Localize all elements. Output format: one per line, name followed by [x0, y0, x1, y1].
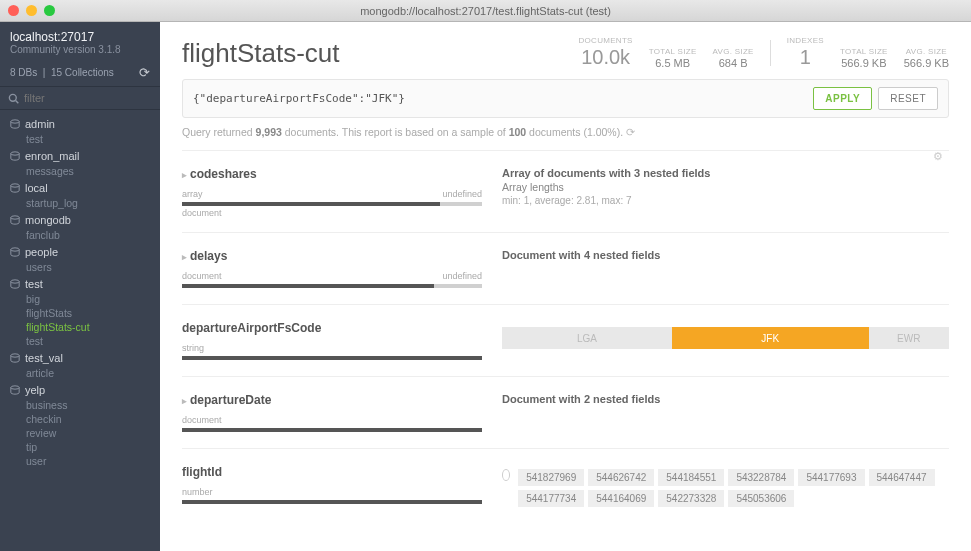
sample-value-chip[interactable]: 542273328: [658, 490, 724, 507]
field-row-flightid: flightId number 541827969544626742544184…: [182, 448, 949, 521]
refresh-sample-icon[interactable]: ⟳: [626, 126, 635, 138]
sample-toggle-icon[interactable]: [502, 469, 510, 481]
sample-value-chip[interactable]: 544164069: [588, 490, 654, 507]
sidebar-db[interactable]: test: [0, 274, 160, 292]
result-summary: Query returned 9,993 documents. This rep…: [160, 126, 971, 150]
database-icon: [10, 119, 20, 129]
sidebar-collection[interactable]: flightStats: [0, 306, 160, 320]
field-row-departure-airport: departureAirportFsCode string LGAJFKEWR: [182, 304, 949, 376]
sample-value-chip[interactable]: 544647447: [869, 469, 935, 486]
database-icon: [10, 215, 20, 225]
schema-list: ⚙ ▸codeshares arrayundefined document Ar…: [160, 150, 971, 521]
sidebar-db[interactable]: mongodb: [0, 210, 160, 228]
zoom-window-icon[interactable]: [44, 5, 55, 16]
database-list: admintestenron_mailmessageslocalstartup_…: [0, 110, 160, 551]
sidebar-collection[interactable]: users: [0, 260, 160, 274]
query-bar: APPLY RESET: [182, 79, 949, 118]
filter-input[interactable]: [24, 92, 152, 104]
search-icon: [8, 93, 19, 104]
sidebar-collection[interactable]: tip: [0, 440, 160, 454]
sample-value-chip[interactable]: 544626742: [588, 469, 654, 486]
refresh-icon[interactable]: ⟳: [139, 65, 150, 80]
sample-value-chip[interactable]: 544177734: [518, 490, 584, 507]
sidebar-db[interactable]: enron_mail: [0, 146, 160, 164]
field-name[interactable]: ▸departureDate: [182, 393, 482, 407]
field-row-delays: ▸delays documentundefined Document with …: [182, 232, 949, 304]
svg-point-2: [11, 120, 19, 123]
svg-point-4: [11, 184, 19, 187]
sidebar-collection[interactable]: review: [0, 426, 160, 440]
main-content: flightStats-cut DOCUMENTS10.0k total siz…: [160, 22, 971, 551]
database-icon: [10, 385, 20, 395]
sidebar-collection[interactable]: messages: [0, 164, 160, 178]
settings-icon[interactable]: ⚙: [933, 150, 943, 163]
sidebar-db[interactable]: people: [0, 242, 160, 260]
close-window-icon[interactable]: [8, 5, 19, 16]
sidebar-filter[interactable]: [0, 87, 160, 110]
svg-point-6: [11, 248, 19, 251]
svg-point-8: [11, 354, 19, 357]
sidebar-collection[interactable]: business: [0, 398, 160, 412]
svg-point-3: [11, 152, 19, 155]
sample-values: 5418279695446267425441845515432287845441…: [518, 469, 949, 507]
field-name: flightId: [182, 465, 482, 479]
svg-point-0: [9, 94, 16, 101]
sidebar-collection[interactable]: checkin: [0, 412, 160, 426]
query-input[interactable]: [193, 92, 807, 105]
svg-line-1: [16, 100, 19, 103]
sample-value-chip[interactable]: 541827969: [518, 469, 584, 486]
sidebar-db[interactable]: local: [0, 178, 160, 196]
sample-value-chip[interactable]: 545053606: [728, 490, 794, 507]
field-row-codeshares: ▸codeshares arrayundefined document Arra…: [182, 150, 949, 232]
minimize-window-icon[interactable]: [26, 5, 37, 16]
svg-point-7: [11, 280, 19, 283]
value-segment[interactable]: JFK: [672, 327, 869, 349]
apply-button[interactable]: APPLY: [813, 87, 872, 110]
sidebar-db[interactable]: yelp: [0, 380, 160, 398]
sample-value-chip[interactable]: 544177693: [798, 469, 864, 486]
sidebar-collection[interactable]: test: [0, 132, 160, 146]
sample-value-chip[interactable]: 544184551: [658, 469, 724, 486]
connection-host: localhost:27017: [10, 30, 150, 44]
sidebar-collection[interactable]: article: [0, 366, 160, 380]
database-icon: [10, 183, 20, 193]
sidebar-collection[interactable]: flightStats-cut: [0, 320, 160, 334]
collection-header: flightStats-cut DOCUMENTS10.0k total siz…: [160, 22, 971, 79]
server-version: Community version 3.1.8: [10, 44, 150, 55]
svg-point-9: [11, 386, 19, 389]
sidebar-collection[interactable]: big: [0, 292, 160, 306]
value-distribution[interactable]: LGAJFKEWR: [502, 327, 949, 349]
window-titlebar: mongodb://localhost:27017/test.flightSta…: [0, 0, 971, 22]
sidebar-collection[interactable]: test: [0, 334, 160, 348]
sidebar-db[interactable]: test_val: [0, 348, 160, 366]
database-icon: [10, 279, 20, 289]
database-icon: [10, 353, 20, 363]
sidebar-collection[interactable]: fanclub: [0, 228, 160, 242]
sidebar-collection[interactable]: startup_log: [0, 196, 160, 210]
db-collection-counts: 8 DBs | 15 Collections: [10, 67, 114, 78]
sample-value-chip[interactable]: 543228784: [728, 469, 794, 486]
window-title: mongodb://localhost:27017/test.flightSta…: [0, 5, 971, 17]
field-name[interactable]: ▸delays: [182, 249, 482, 263]
collection-stats: DOCUMENTS10.0k total size6.5 MB avg. siz…: [579, 36, 950, 69]
sidebar-collection[interactable]: user: [0, 454, 160, 468]
database-icon: [10, 247, 20, 257]
value-segment[interactable]: EWR: [869, 327, 949, 349]
sidebar: localhost:27017 Community version 3.1.8 …: [0, 22, 160, 551]
field-name[interactable]: ▸codeshares: [182, 167, 482, 181]
svg-point-5: [11, 216, 19, 219]
reset-button[interactable]: RESET: [878, 87, 938, 110]
sidebar-db[interactable]: admin: [0, 114, 160, 132]
field-row-departure-date: ▸departureDate document Document with 2 …: [182, 376, 949, 448]
database-icon: [10, 151, 20, 161]
value-segment[interactable]: LGA: [502, 327, 672, 349]
traffic-lights: [8, 5, 55, 16]
collection-title: flightStats-cut: [182, 38, 579, 69]
field-name: departureAirportFsCode: [182, 321, 482, 335]
